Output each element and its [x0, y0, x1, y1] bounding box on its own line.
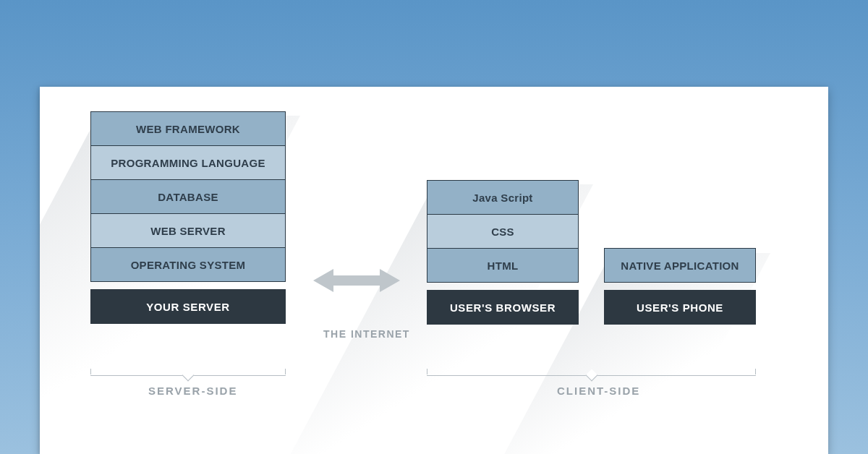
phone-stack: NATIVE APPLICATION USER'S PHONE — [604, 249, 756, 325]
server-layer-database: DATABASE — [90, 179, 286, 214]
diagram-content: WEB FRAMEWORK PROGRAMMING LANGUAGE DATAB… — [40, 87, 828, 454]
browser-layer-css: CSS — [427, 214, 579, 249]
server-layer-os: OPERATING SYSTEM — [90, 247, 286, 282]
browser-stack: Java Script CSS HTML USER'S BROWSER — [427, 181, 579, 325]
browser-layer-js: Java Script — [427, 180, 579, 215]
client-group-label: CLIENT-SIDE — [557, 385, 640, 397]
browser-layer-html: HTML — [427, 248, 579, 283]
phone-layer-native: NATIVE APPLICATION — [604, 248, 756, 283]
client-brace — [427, 369, 756, 376]
server-layer-web-server: WEB SERVER — [90, 213, 286, 248]
diagram-card: WEB FRAMEWORK PROGRAMMING LANGUAGE DATAB… — [40, 87, 828, 454]
svg-marker-0 — [313, 269, 400, 292]
phone-base-label: USER'S PHONE — [604, 290, 756, 325]
server-layer-web-framework: WEB FRAMEWORK — [90, 111, 286, 146]
server-group-label: SERVER-SIDE — [148, 385, 237, 397]
server-layer-programming: PROGRAMMING LANGUAGE — [90, 145, 286, 180]
internet-label: THE INTERNET — [323, 328, 410, 340]
server-brace — [90, 369, 286, 376]
server-base-label: YOUR SERVER — [90, 289, 286, 324]
double-arrow-icon — [313, 266, 400, 295]
browser-base-label: USER'S BROWSER — [427, 290, 579, 325]
server-stack: WEB FRAMEWORK PROGRAMMING LANGUAGE DATAB… — [90, 112, 286, 324]
